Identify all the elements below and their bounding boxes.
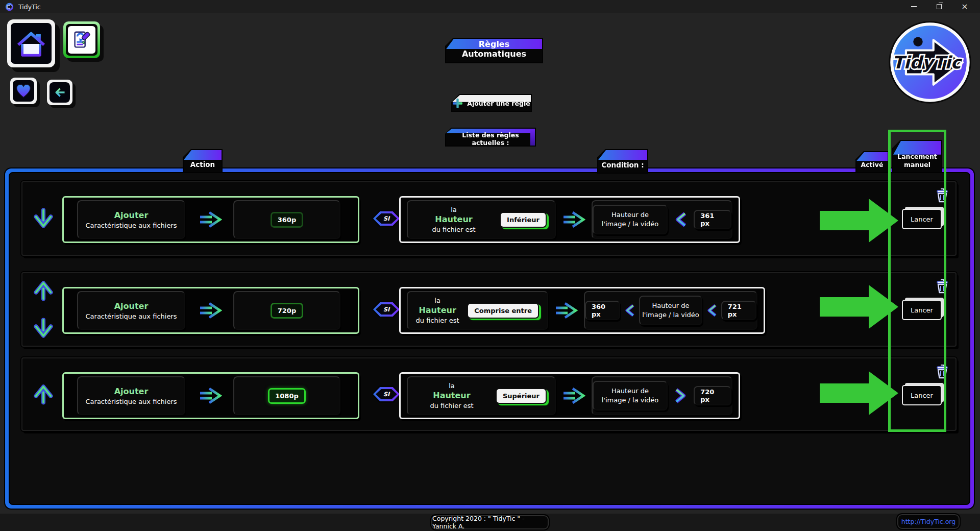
condition-box: la Hauteur du fichier est Supérieur: [407, 376, 556, 415]
comparison-value[interactable]: 720 px: [694, 386, 731, 405]
window-title: TidyTic: [18, 3, 41, 11]
double-arrow-icon: [562, 211, 585, 228]
action-value-container: 720p: [233, 291, 340, 330]
copyright-label: Copyright 2020 : " TidyTic " - Yannick A…: [431, 515, 549, 529]
less-than-icon: [674, 211, 687, 228]
action-value-container: 360p: [233, 200, 340, 239]
website-link[interactable]: http://TidyTic.org: [897, 514, 960, 529]
operator-button[interactable]: Supérieur: [496, 388, 547, 404]
action-group: Ajouter Caractéristique aux fichiers 108…: [62, 372, 359, 419]
app-icon: [5, 3, 14, 11]
action-value-button[interactable]: 1080p: [268, 388, 306, 404]
condition-group: la Hauteur du fichier est Inférieur Haut…: [399, 196, 740, 243]
si-badge: SI: [372, 210, 401, 227]
heart-icon: [15, 83, 32, 99]
condition-group: la Hauteur du fichier est Supérieur Haut…: [399, 372, 740, 419]
plus-icon: [453, 99, 462, 108]
action-type-button[interactable]: Ajouter Caractéristique aux fichiers: [77, 376, 185, 415]
double-arrow-icon: [199, 302, 222, 319]
comparison-subject[interactable]: Hauteur de l'image / la vidéo: [639, 296, 702, 325]
minimize-button[interactable]: [910, 3, 918, 11]
comparison-low-value[interactable]: 360 px: [585, 301, 620, 320]
move-up-icon[interactable]: [33, 383, 54, 405]
condition-box: la Hauteur du fichier est Inférieur: [407, 200, 556, 239]
action-group: Ajouter Caractéristique aux fichiers 720…: [62, 287, 359, 334]
back-button[interactable]: [47, 80, 72, 105]
action-group: Ajouter Caractéristique aux fichiers 360…: [62, 196, 359, 243]
comparison-box: Hauteur de l'image / la vidéo 720 px: [592, 376, 732, 415]
action-type-button[interactable]: Ajouter Caractéristique aux fichiers: [77, 200, 185, 239]
restore-icon: [937, 4, 942, 9]
rules-list-label: Liste des règles actuelles :: [445, 128, 536, 147]
double-arrow-icon: [554, 302, 578, 319]
action-type-button[interactable]: Ajouter Caractéristique aux fichiers: [77, 291, 185, 330]
back-arrow-icon: [52, 85, 67, 100]
close-button[interactable]: ×: [961, 3, 969, 11]
less-than-icon: [624, 303, 635, 318]
page-title: Règles Automatiques: [445, 38, 543, 63]
home-icon: [15, 28, 47, 59]
greater-than-icon: [674, 388, 687, 404]
action-value-container: 1080p: [233, 376, 340, 415]
title-bar: TidyTic ×: [0, 0, 980, 13]
add-rule-button[interactable]: Ajouter une règle: [451, 94, 532, 112]
double-arrow-icon: [199, 211, 222, 228]
move-down-icon[interactable]: [33, 317, 54, 340]
auto-rules-button[interactable]: [63, 21, 100, 58]
logo-eye: [913, 37, 922, 46]
restore-button[interactable]: [935, 3, 943, 11]
comparison-box: 360 px Hauteur de l'image / la vidéo 721…: [584, 291, 757, 330]
move-up-icon[interactable]: [33, 279, 54, 302]
minimize-icon: [911, 6, 917, 7]
column-header-active: Activé: [855, 151, 889, 173]
action-value-button[interactable]: 720p: [271, 303, 303, 319]
favorites-button[interactable]: [10, 78, 37, 104]
move-down-icon[interactable]: [33, 207, 54, 230]
rule-row-3: Ajouter Caractéristique aux fichiers 108…: [21, 357, 957, 431]
comparison-value[interactable]: 361 px: [694, 210, 731, 229]
rule-row-1: Ajouter Caractéristique aux fichiers 360…: [21, 181, 957, 256]
double-arrow-icon: [562, 387, 585, 404]
si-badge: SI: [372, 385, 401, 403]
action-value-button[interactable]: 360p: [271, 212, 303, 228]
condition-group: la Hauteur du fichier est Comprise entre…: [399, 287, 765, 334]
tidytic-logo: TidyTic: [887, 19, 973, 105]
column-header-action: Action: [183, 149, 223, 173]
operator-button[interactable]: Comprise entre: [467, 303, 539, 319]
column-header-condition: Condition :: [597, 149, 648, 174]
home-button[interactable]: [7, 19, 55, 67]
annotation-arrow: [820, 199, 898, 243]
logo-text: TidyTic: [892, 53, 963, 73]
double-arrow-icon: [199, 387, 222, 404]
operator-button[interactable]: Inférieur: [500, 212, 547, 228]
edit-rules-icon: [71, 29, 92, 51]
rule-row-2: Ajouter Caractéristique aux fichiers 720…: [21, 272, 957, 347]
comparison-subject[interactable]: Hauteur de l'image / la vidéo: [593, 381, 668, 411]
comparison-high-value[interactable]: 721 px: [721, 301, 756, 320]
si-badge: SI: [372, 301, 401, 318]
condition-box: la Hauteur du fichier est Comprise entre: [407, 291, 548, 330]
annotation-arrow: [820, 371, 898, 415]
less-than-icon: [706, 303, 717, 318]
comparison-box: Hauteur de l'image / la vidéo 361 px: [592, 200, 732, 239]
comparison-subject[interactable]: Hauteur de l'image / la vidéo: [593, 205, 668, 234]
annotation-arrow: [820, 285, 898, 329]
